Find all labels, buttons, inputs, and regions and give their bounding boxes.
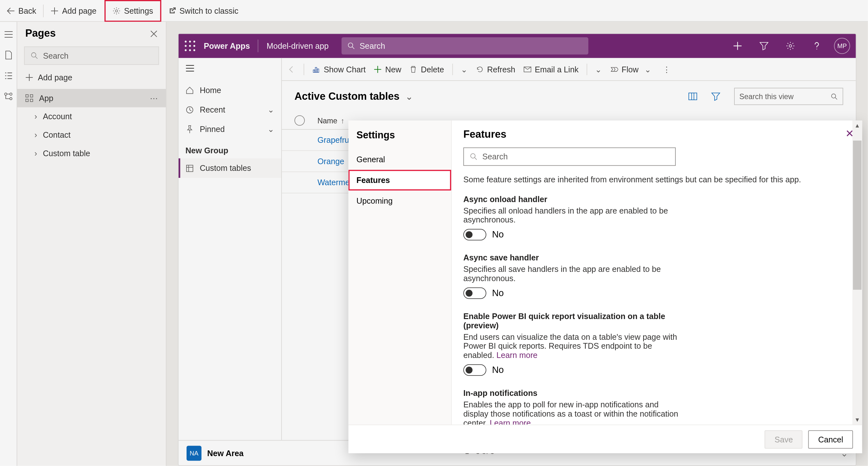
avatar[interactable]: MP: [834, 38, 850, 54]
feature-desc: Specifies all onload handlers in the app…: [463, 206, 681, 224]
email-link-button[interactable]: Email a Link: [523, 65, 579, 74]
toggle-label: No: [492, 288, 504, 298]
search-placeholder: Search this view: [739, 92, 794, 101]
svg-rect-8: [30, 99, 33, 102]
scroll-down-icon[interactable]: ▼: [854, 415, 860, 425]
clock-icon: [185, 105, 194, 114]
sidebar-label: Recent: [199, 105, 225, 114]
waffle-icon[interactable]: [184, 40, 196, 52]
nav-upcoming[interactable]: Upcoming: [348, 191, 451, 211]
add-page-button[interactable]: Add page: [44, 0, 103, 22]
svg-point-16: [189, 49, 191, 51]
show-chart-button[interactable]: Show Chart: [312, 65, 366, 74]
gear-icon: [113, 7, 121, 15]
pages-add-page[interactable]: Add page: [17, 68, 166, 87]
help-icon[interactable]: [808, 41, 826, 51]
svg-point-9: [185, 41, 187, 43]
filter-icon[interactable]: [711, 92, 720, 101]
app-header: Power Apps Model-driven app Search MP: [179, 34, 856, 58]
add-page-label: Add page: [62, 6, 97, 15]
nav-item-contact[interactable]: › Contact: [17, 126, 166, 144]
chevron-down-icon[interactable]: ⌄: [461, 65, 468, 74]
more-icon[interactable]: ⋮: [663, 65, 671, 74]
app-search-input[interactable]: Search: [341, 37, 588, 55]
close-icon[interactable]: ✕: [845, 128, 852, 140]
chevron-down-icon[interactable]: ⌄: [405, 91, 413, 102]
sidebar-toggle[interactable]: [179, 58, 281, 80]
cancel-button[interactable]: Cancel: [808, 430, 853, 448]
row-link[interactable]: Grapefru: [317, 135, 349, 145]
edit-columns-icon[interactable]: [688, 92, 698, 101]
gear-icon[interactable]: [781, 41, 800, 51]
filter-icon[interactable]: [755, 41, 773, 51]
add-icon[interactable]: [728, 41, 747, 51]
nav-item-account[interactable]: › Account: [17, 107, 166, 126]
close-icon[interactable]: [150, 30, 158, 38]
learn-more-link[interactable]: Learn more: [496, 351, 537, 360]
area-badge: NA: [187, 445, 202, 461]
scroll-up-icon[interactable]: ▲: [854, 121, 860, 130]
column-name[interactable]: Name: [317, 116, 337, 125]
learn-more-link[interactable]: Learn more: [490, 418, 531, 425]
chevron-right-icon: ›: [34, 130, 37, 140]
svg-point-4: [32, 53, 36, 57]
new-button[interactable]: New: [374, 65, 401, 74]
mail-icon: [523, 65, 531, 73]
nav-features[interactable]: Features: [348, 170, 451, 191]
svg-point-11: [193, 41, 195, 43]
toggle[interactable]: [463, 229, 486, 240]
scrollbar[interactable]: ▲ ▼: [852, 121, 862, 425]
page-icon[interactable]: [4, 51, 13, 60]
sidebar-item-pinned[interactable]: Pinned ⌄: [179, 119, 281, 139]
feature-desc: Specifies all save handlers in the app a…: [463, 265, 681, 283]
svg-rect-7: [26, 99, 28, 102]
toggle[interactable]: [463, 288, 486, 299]
chevron-down-icon: ⌄: [268, 125, 275, 134]
view-search-input[interactable]: Search this view: [734, 88, 843, 105]
nav-general[interactable]: General: [348, 149, 451, 170]
svg-point-12: [185, 45, 187, 47]
flow-button[interactable]: Flow⌄: [610, 65, 651, 74]
back-button[interactable]: Back: [0, 0, 43, 22]
switch-classic-button[interactable]: Switch to classic: [161, 0, 245, 22]
search-icon: [831, 93, 838, 100]
toggle[interactable]: [463, 364, 486, 376]
open-external-icon: [168, 7, 176, 15]
sidebar-item-custom-tables[interactable]: Custom tables: [179, 158, 281, 178]
refresh-button[interactable]: Refresh: [476, 65, 515, 74]
nav-item-custom-table[interactable]: › Custom table: [17, 144, 166, 163]
svg-point-13: [189, 45, 191, 47]
features-search-input[interactable]: Search: [463, 147, 676, 166]
settings-modal: Settings General Features Upcoming ✕ Fea…: [348, 121, 862, 453]
sidebar-group-label: New Group: [179, 139, 281, 158]
chevron-down-icon: ⌄: [268, 105, 275, 114]
sidebar-item-recent[interactable]: Recent ⌄: [179, 100, 281, 119]
pages-search-input[interactable]: Search: [24, 46, 159, 65]
settings-button[interactable]: Settings: [104, 0, 161, 22]
toggle-label: No: [492, 230, 504, 240]
switch-label: Switch to classic: [180, 6, 239, 15]
row-link[interactable]: Orange: [317, 157, 344, 166]
list-icon[interactable]: [4, 71, 13, 80]
tree-icon[interactable]: [4, 92, 13, 101]
settings-nav-title: Settings: [348, 126, 451, 149]
scroll-thumb[interactable]: [853, 140, 862, 290]
chevron-down-icon[interactable]: ⌄: [595, 65, 602, 74]
nav-item-app[interactable]: App ⋯: [17, 89, 166, 107]
select-all-checkbox[interactable]: [294, 115, 305, 126]
svg-rect-21: [187, 165, 193, 171]
svg-point-19: [789, 45, 792, 47]
sidebar-item-home[interactable]: Home: [179, 80, 281, 100]
arrow-left-icon[interactable]: [288, 65, 296, 73]
save-button[interactable]: Save: [765, 430, 803, 448]
svg-point-25: [471, 154, 475, 158]
row-link[interactable]: Waterme: [317, 178, 349, 187]
toggle-label: No: [492, 365, 504, 375]
svg-rect-23: [689, 93, 697, 100]
search-placeholder: Search: [482, 152, 508, 161]
more-icon[interactable]: ⋯: [150, 93, 158, 103]
flow-icon: [610, 65, 618, 73]
hamburger-icon[interactable]: [4, 30, 13, 39]
delete-button[interactable]: Delete: [409, 65, 444, 74]
grid-icon: [25, 94, 33, 102]
